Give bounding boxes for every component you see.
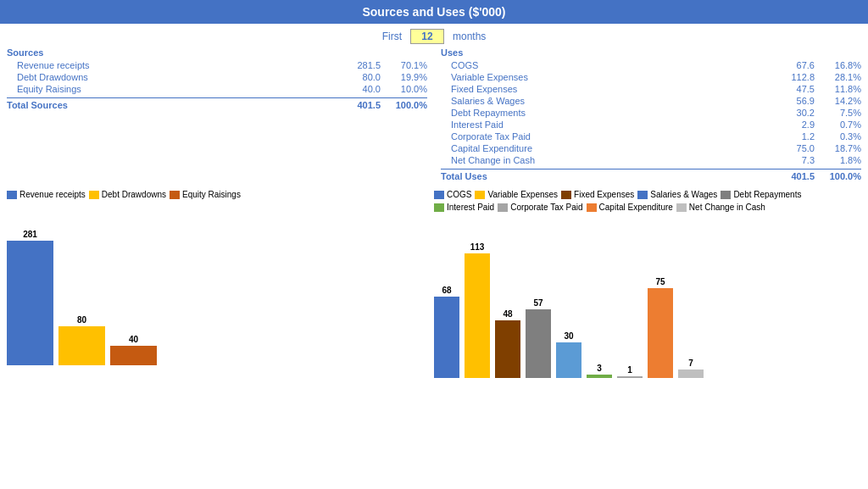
- legend-item: Debt Drawdowns: [89, 190, 166, 199]
- row-value: 7.3: [764, 155, 815, 165]
- legend-color: [434, 191, 444, 199]
- legend-color: [7, 191, 17, 199]
- row-pct: 19.9%: [381, 72, 427, 82]
- legend-item: Debt Repayments: [721, 190, 801, 199]
- uses-row: Variable Expenses112.828.1%: [441, 71, 861, 83]
- legend-color: [587, 203, 597, 212]
- months-suffix: months: [453, 31, 486, 42]
- row-label: Debt Drawdowns: [7, 72, 330, 82]
- bar-value-label: 113: [470, 242, 485, 252]
- uses-row: Net Change in Cash7.31.8%: [441, 154, 861, 166]
- legend-label: Corporate Tax Paid: [510, 203, 582, 212]
- row-label: Corporate Tax Paid: [441, 131, 764, 142]
- bar-group: 281: [7, 230, 53, 365]
- bar-group: 57: [526, 242, 551, 378]
- row-value: 1.2: [764, 131, 815, 142]
- uses-row: Interest Paid2.90.7%: [441, 119, 861, 131]
- bar-group: 3: [587, 242, 612, 378]
- sources-panel: Sources Revenue receipts281.570.1%Debt D…: [7, 47, 434, 183]
- row-value: 67.6: [764, 60, 815, 70]
- row-label: Fixed Expenses: [441, 84, 764, 94]
- legend-color: [89, 191, 99, 199]
- row-label: Interest Paid: [441, 119, 764, 130]
- bar-rect: [678, 370, 704, 378]
- total-pct: 100.0%: [381, 100, 427, 110]
- uses-row: Debt Repayments30.27.5%: [441, 107, 861, 119]
- row-pct: 70.1%: [381, 60, 427, 70]
- left-chart-bars: 281 80 40: [7, 204, 434, 365]
- row-pct: 16.8%: [815, 60, 861, 70]
- bar-group: 30: [556, 242, 581, 378]
- bar-group: 40: [110, 230, 157, 365]
- legend-item: Net Change in Cash: [676, 203, 765, 212]
- legend-color: [170, 191, 180, 199]
- row-pct: 7.5%: [815, 108, 861, 118]
- uses-row: Fixed Expenses47.511.8%: [441, 83, 861, 95]
- legend-label: Capital Expenditure: [599, 203, 673, 212]
- bar-value-label: 1: [627, 365, 632, 375]
- legend-item: Corporate Tax Paid: [498, 203, 582, 212]
- row-value: 2.9: [764, 119, 815, 130]
- legend-label: Revenue receipts: [19, 190, 86, 199]
- bar-rect: [58, 326, 105, 365]
- uses-row: COGS67.616.8%: [441, 59, 861, 71]
- bar-rect: [495, 320, 520, 378]
- left-chart: Revenue receiptsDebt DrawdownsEquity Rai…: [7, 190, 434, 420]
- legend-item: Equity Raisings: [170, 190, 241, 199]
- legend-item: Interest Paid: [434, 203, 494, 212]
- sources-title: Sources: [7, 47, 427, 58]
- legend-item: Salaries & Wages: [637, 190, 717, 199]
- bar-group: 68: [434, 242, 459, 378]
- row-pct: 0.3%: [815, 131, 861, 142]
- bar-rect: [465, 253, 490, 378]
- row-label: Capital Expenditure: [441, 143, 764, 153]
- row-label: Revenue receipts: [7, 60, 330, 70]
- bar-value-label: 7: [688, 358, 693, 368]
- bar-group: 75: [648, 242, 673, 378]
- bar-group: 48: [495, 242, 520, 378]
- total-value: 401.5: [330, 100, 381, 110]
- total-label: Total Sources: [7, 100, 330, 110]
- legend-label: Variable Expenses: [487, 190, 558, 199]
- sources-row: Debt Drawdowns80.019.9%: [7, 71, 427, 83]
- legend-item: Fixed Expenses: [561, 190, 634, 199]
- row-value: 112.8: [764, 72, 815, 82]
- bar-rect: [526, 309, 551, 378]
- legend-label: Debt Repayments: [733, 190, 801, 199]
- bar-rect: [7, 241, 53, 365]
- bar-group: 80: [58, 230, 105, 365]
- right-chart-bars: 68 113 48 57 30 3 1 75 7: [434, 217, 861, 378]
- bar-group: 7: [678, 242, 704, 378]
- bar-rect: [556, 342, 581, 378]
- row-label: Debt Repayments: [441, 108, 764, 118]
- bar-rect: [617, 376, 643, 378]
- row-value: 75.0: [764, 143, 815, 153]
- page-header: Sources and Uses ($'000): [0, 0, 868, 24]
- legend-label: Net Change in Cash: [689, 203, 765, 212]
- legend-item: Capital Expenditure: [587, 203, 673, 212]
- months-input[interactable]: 12: [410, 29, 444, 44]
- legend-label: Interest Paid: [447, 203, 494, 212]
- charts-area: Revenue receiptsDebt DrawdownsEquity Rai…: [0, 183, 868, 420]
- sources-total-row: Total Sources401.5100.0%: [7, 97, 427, 112]
- months-row: First 12 months: [0, 24, 868, 47]
- main-content: Sources Revenue receipts281.570.1%Debt D…: [0, 47, 868, 183]
- uses-row: Capital Expenditure75.018.7%: [441, 142, 861, 154]
- bar-group: 113: [465, 242, 490, 378]
- right-chart: COGSVariable ExpensesFixed ExpensesSalar…: [434, 190, 861, 420]
- total-pct: 100.0%: [815, 171, 861, 181]
- legend-label: COGS: [447, 190, 471, 199]
- legend-color: [676, 203, 687, 212]
- uses-table: COGS67.616.8%Variable Expenses112.828.1%…: [441, 59, 861, 166]
- row-pct: 28.1%: [815, 72, 861, 82]
- row-label: COGS: [441, 60, 764, 70]
- sources-table: Revenue receipts281.570.1%Debt Drawdowns…: [7, 59, 427, 95]
- row-value: 80.0: [330, 72, 381, 82]
- legend-color: [721, 191, 731, 199]
- row-pct: 10.0%: [381, 84, 427, 94]
- row-value: 30.2: [764, 108, 815, 118]
- row-value: 40.0: [330, 84, 381, 94]
- right-chart-legend: COGSVariable ExpensesFixed ExpensesSalar…: [434, 190, 861, 212]
- bar-value-label: 48: [503, 309, 512, 319]
- row-label: Net Change in Cash: [441, 155, 764, 165]
